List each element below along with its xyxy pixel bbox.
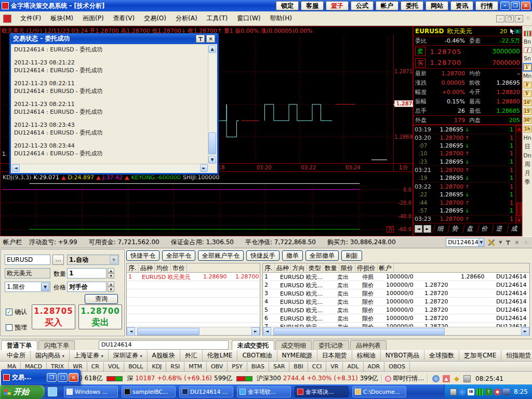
collapse-icon[interactable]: « [514, 29, 521, 33]
period-toolbar-item[interactable] [524, 31, 531, 36]
period-toolbar-item[interactable] [524, 47, 531, 53]
indicator-tab[interactable]: KDJ [148, 362, 166, 371]
tick-tab[interactable]: 细 [433, 224, 448, 233]
price-input[interactable] [67, 282, 107, 292]
column-header[interactable]: 帐户 [378, 263, 394, 272]
period-toolbar-item[interactable]: Bn [524, 38, 531, 45]
market-tab[interactable]: 棕榈油 [352, 350, 381, 362]
column-header[interactable]: 市价 [171, 263, 187, 272]
indicator-tab[interactable]: RSI [166, 362, 184, 371]
account-select[interactable]: DU124614 ▼ [446, 238, 484, 247]
market-data-icon[interactable] [476, 389, 483, 395]
menu-item[interactable]: 文件(F) [16, 12, 46, 24]
positions-hscrollbar[interactable]: ◄ ► [127, 327, 260, 335]
indicator-tab[interactable]: PSY [228, 362, 247, 371]
child-close-button[interactable]: × [515, 15, 523, 22]
child-restore-button[interactable]: ❐ [506, 15, 514, 22]
market-tab[interactable]: 中金所 [2, 350, 31, 362]
market-tab[interactable]: 国内商品 ▾ [31, 350, 70, 362]
column-header[interactable]: 序. [263, 263, 275, 272]
column-header[interactable]: 品种 [139, 263, 155, 272]
market-tab[interactable]: NYME能源 [277, 350, 317, 362]
scroll-up-icon[interactable]: ▲ [516, 125, 522, 131]
popup-title-bar[interactable]: 交易状态 - 委托成功 × [11, 33, 217, 44]
popup-close-icon[interactable]: × [206, 35, 215, 43]
tick-tab[interactable]: 势 [448, 224, 463, 233]
menu-item[interactable]: 画面(P) [78, 12, 109, 24]
titlebar-button[interactable]: 公式 [351, 1, 374, 10]
indicator-tab[interactable]: ADL [343, 362, 363, 371]
column-header[interactable]: 限价 [339, 263, 355, 272]
period-toolbar-item[interactable]: Dn [523, 152, 531, 159]
column-header[interactable]: 品种 [275, 263, 291, 272]
scroll-left-icon[interactable]: ◄ [12, 164, 20, 172]
price-stepper[interactable]: ▲▼ [108, 282, 114, 292]
tick-tab[interactable]: 盘 [462, 224, 477, 233]
period-toolbar-item[interactable]: Sn [524, 55, 531, 62]
indicator-tab[interactable]: BOLL [124, 362, 148, 371]
indicator-tab[interactable]: BIAS [247, 362, 269, 371]
hidden-icons-chevron[interactable]: ‹ [459, 389, 466, 395]
chevron-down-icon[interactable]: ▼ [499, 240, 502, 245]
taskbar-task[interactable]: DU124614 ... [179, 386, 233, 397]
scroll-thumb[interactable] [516, 203, 522, 216]
column-header[interactable]: 停损价 [355, 263, 378, 272]
action-button[interactable]: 快捷反手 [246, 250, 280, 261]
action-button[interactable]: 快捷平仓 [126, 250, 159, 261]
indicator-tab[interactable]: CCI [308, 362, 327, 371]
sz-index[interactable]: 深 10187 +0.68% (+69.16) [127, 374, 212, 383]
period-toolbar-item[interactable]: 1h [524, 126, 531, 132]
indicator-tab[interactable]: BBI [289, 362, 308, 371]
scroll-right-icon[interactable]: ► [521, 327, 529, 336]
titlebar-button[interactable]: 客服 [301, 1, 324, 10]
quantity-stepper[interactable]: ▲▼ [108, 268, 114, 278]
indicator-tab[interactable]: OBV [207, 362, 228, 371]
scroll-down-icon[interactable]: ▼ [516, 217, 522, 223]
period-toolbar-item[interactable]: 月 [525, 170, 530, 177]
maximize-button[interactable]: □ [58, 373, 68, 382]
tick-list[interactable]: 03:19 1.28695 ↓ 1 03:20 1.28700 ↑ 1 :07 [414, 125, 522, 223]
tab-order-list[interactable]: 品种列表 [350, 340, 387, 350]
column-header[interactable]: 数量 [323, 263, 339, 272]
confirm-checkbox[interactable]: ✓ [6, 309, 12, 315]
query-button[interactable]: 查询 [85, 294, 118, 304]
tab-order-list[interactable]: 委托记录 [313, 340, 349, 350]
titlebar-button[interactable]: 资讯 [450, 1, 473, 10]
mode-select[interactable]: 1.自动 ▼ [67, 255, 119, 265]
table-row[interactable]: 3 EURUSD 欧元... 卖出 限价 100000/0 1.28720 DU… [263, 289, 529, 298]
action-button[interactable]: 撤单 [282, 250, 303, 261]
chevron-down-icon[interactable]: ▼ [478, 238, 484, 246]
titlebar-button[interactable]: 网站 [425, 1, 448, 10]
tools-icon[interactable] [488, 240, 495, 246]
pin-icon[interactable] [506, 240, 510, 245]
column-header[interactable]: 方向 [291, 263, 307, 272]
tab-right-icon[interactable]: ► [423, 225, 431, 233]
market-tab[interactable]: A股板块 [148, 350, 180, 362]
kdj-chart[interactable] [2, 183, 411, 233]
taskbar-task[interactable]: sampleIBC... [122, 386, 176, 397]
table-row[interactable]: 1 EURUSD 欧元... 卖出 停损 100000/0 1.28660 DU… [263, 273, 529, 281]
scroll-down-icon[interactable]: ▼ [208, 156, 216, 164]
orders-hscrollbar[interactable]: ◄ ► [263, 327, 529, 335]
pin-icon[interactable] [196, 35, 205, 43]
menu-item[interactable]: 交易(O) [139, 12, 171, 24]
market-tab[interactable]: 外汇 [180, 350, 203, 362]
menu-item[interactable]: 窗口(W) [232, 12, 265, 24]
indicator-tab[interactable]: ADR [364, 362, 385, 371]
alarm-icon[interactable]: ▲ [443, 375, 450, 382]
titlebar-button[interactable]: 委托 [401, 1, 423, 10]
indicator-tab[interactable]: VR [326, 362, 343, 371]
quantity-input[interactable] [67, 268, 107, 278]
tab-order-mode[interactable]: 闪电下单 [38, 340, 75, 350]
indicator-tab[interactable]: VOL [104, 362, 124, 371]
market-tab[interactable]: 芝加哥CME [459, 350, 501, 362]
minimized-trade-window[interactable]: 交易... ❐ □ × [1, 369, 81, 385]
market-tab[interactable]: 全球指数 [424, 350, 459, 362]
browse-button[interactable]: ... [52, 255, 64, 265]
column-header[interactable]: 类型 [307, 263, 323, 272]
start-button[interactable]: 开始 [0, 384, 45, 399]
quote-symbol[interactable]: EURUSD [415, 28, 444, 35]
menu-item[interactable]: 板块(M) [46, 12, 78, 24]
close-button[interactable]: × [69, 373, 78, 382]
period-toolbar-item[interactable]: Mn [523, 73, 531, 79]
